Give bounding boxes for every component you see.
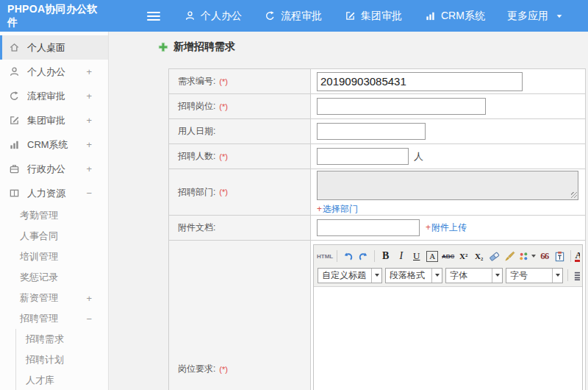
department-textarea-wrap — [317, 171, 578, 200]
nav-item[interactable]: CRM系统 — [424, 10, 485, 23]
subscript-button[interactable]: X₂ — [472, 249, 486, 263]
nav-item[interactable]: 集团审批 — [344, 10, 402, 23]
top-bar: PHPOA协同办公软件 个人办公流程审批集团审批CRM系统更多应用 — [0, 0, 588, 32]
expand-icon[interactable]: + — [86, 293, 92, 304]
font-family-select[interactable]: 字体 — [445, 268, 503, 283]
editor-toolbar-row-2: 自定义标题段落格式字体字号 — [316, 266, 580, 285]
font-size-select[interactable]: 字号 — [506, 268, 563, 283]
sidebar-item[interactable]: 考勤管理 — [0, 205, 108, 226]
sidebar-item-label: 人力资源 — [27, 187, 65, 200]
form-row-count: 招聘人数: (*) 人 — [169, 144, 585, 169]
select-department-link[interactable]: +选择部门 — [317, 203, 358, 216]
position-input[interactable] — [317, 98, 486, 115]
toolbar-separator — [374, 250, 375, 262]
sidebar-item[interactable]: 奖惩记录 — [0, 267, 108, 288]
upload-attachment-link[interactable]: +附件上传 — [426, 221, 467, 234]
user-icon — [184, 10, 196, 22]
sidebar-item[interactable]: 招聘需求 — [16, 329, 108, 350]
expand-icon[interactable]: + — [86, 66, 92, 77]
department-textarea[interactable] — [317, 171, 578, 200]
toolbar-separator — [337, 250, 337, 262]
field-label: 招聘部门: (*) — [169, 169, 311, 215]
eraser-button[interactable] — [487, 249, 501, 263]
sidebar-item-label: 集团审批 — [27, 114, 65, 127]
collapse-icon[interactable]: − — [86, 188, 92, 199]
nav-item[interactable]: 个人办公 — [184, 10, 242, 23]
sidebar-item[interactable]: 个人桌面 — [0, 35, 108, 60]
collapse-icon[interactable]: − — [86, 313, 92, 325]
palette-icon — [518, 251, 529, 262]
expand-icon[interactable]: + — [86, 139, 92, 150]
hire-date-input[interactable] — [317, 123, 426, 140]
editor-toolbar: HTMLBIUAABCX²X₂66Aab 自定义标题段落格式字体字号 — [314, 245, 582, 287]
nav-item[interactable]: 流程审批 — [264, 10, 322, 23]
app-logo: PHPOA协同办公软件 — [7, 3, 104, 29]
strikethrough-button[interactable]: ABC — [441, 249, 455, 263]
edit-square-icon — [9, 115, 21, 127]
caret-down-icon — [553, 10, 565, 22]
html-source-button[interactable]: HTML — [317, 249, 333, 263]
sidebar-item[interactable]: 培训管理 — [0, 247, 108, 267]
nav-item[interactable]: 更多应用 — [507, 10, 565, 23]
bold-button[interactable]: B — [379, 249, 392, 263]
sidebar-item[interactable]: 流程审批+ — [0, 84, 108, 108]
italic-button[interactable]: I — [394, 249, 408, 263]
sidebar-item[interactable]: 集团审批+ — [0, 108, 108, 132]
redo-button[interactable] — [356, 249, 370, 263]
sidebar-item[interactable]: 人力资源− — [0, 181, 108, 205]
blockquote-button[interactable]: 66 — [537, 249, 551, 263]
heading-select[interactable]: 自定义标题 — [318, 268, 382, 283]
sidebar-item-label: 个人办公 — [27, 65, 65, 79]
sidebar-item[interactable]: 人事合同 — [0, 226, 108, 247]
sidebar-item[interactable]: CRM系统+ — [0, 132, 108, 157]
color-dots-button[interactable] — [518, 249, 536, 263]
process-icon — [264, 10, 276, 22]
format-brush-button[interactable] — [503, 249, 517, 263]
sidebar-item[interactable]: 招聘计划 — [16, 350, 108, 370]
sidebar-item-label: 培训管理 — [20, 250, 58, 263]
sidebar-item-label: 考勤管理 — [20, 209, 58, 222]
field-label: 附件文档: — [169, 216, 311, 240]
expand-icon[interactable]: + — [86, 163, 92, 174]
user-icon — [9, 66, 21, 78]
editor-content-area[interactable] — [314, 287, 582, 390]
font-box-button[interactable]: A — [426, 251, 438, 262]
underline-button[interactable]: U — [409, 249, 423, 263]
attachment-input[interactable] — [317, 219, 420, 236]
required-mark: (*) — [219, 102, 228, 111]
superscript-button[interactable]: X² — [456, 249, 470, 263]
sidebar-item-label: 招聘计划 — [26, 353, 64, 366]
field-value — [311, 94, 585, 118]
request-number-input[interactable] — [317, 72, 523, 91]
sidebar-item[interactable]: 招聘管理− — [0, 308, 108, 329]
align-left-button[interactable] — [572, 268, 580, 283]
sidebar-item[interactable]: 个人办公+ — [0, 60, 108, 84]
field-label: 用人日期: — [169, 119, 311, 143]
add-icon — [158, 42, 168, 52]
font-color-button[interactable]: A — [575, 249, 580, 263]
headcount-input[interactable] — [317, 148, 409, 165]
required-mark: (*) — [219, 365, 228, 374]
paragraph-format-select[interactable]: 段落格式 — [385, 268, 442, 283]
main-content: 新增招聘需求 需求编号: (*) 招聘岗位: (*) 用人日期: — [110, 32, 588, 390]
page-title-text: 新增招聘需求 — [173, 40, 235, 54]
paste-button[interactable] — [553, 249, 567, 263]
select-value: 自定义标题 — [318, 269, 371, 282]
menu-toggle-icon[interactable] — [147, 12, 160, 21]
expand-icon[interactable]: + — [86, 91, 92, 102]
page-title: 新增招聘需求 — [158, 40, 588, 54]
undo-button[interactable] — [341, 249, 355, 263]
clipboard-icon — [554, 251, 565, 262]
unit-suffix: 人 — [414, 150, 423, 163]
sidebar-item[interactable]: 薪资管理+ — [0, 288, 108, 308]
plus-sign: + — [317, 204, 322, 214]
crm-chart-icon — [424, 10, 436, 22]
caret-down-icon — [492, 269, 502, 283]
brush-icon — [504, 251, 515, 262]
field-label: 招聘岗位: (*) — [169, 94, 311, 118]
sidebar-item[interactable]: 行政办公+ — [0, 157, 108, 181]
expand-icon[interactable]: + — [86, 115, 92, 126]
caret-down-icon — [552, 269, 562, 283]
sidebar-item[interactable]: 人才库 — [16, 370, 108, 390]
field-value: 人 — [311, 144, 585, 169]
